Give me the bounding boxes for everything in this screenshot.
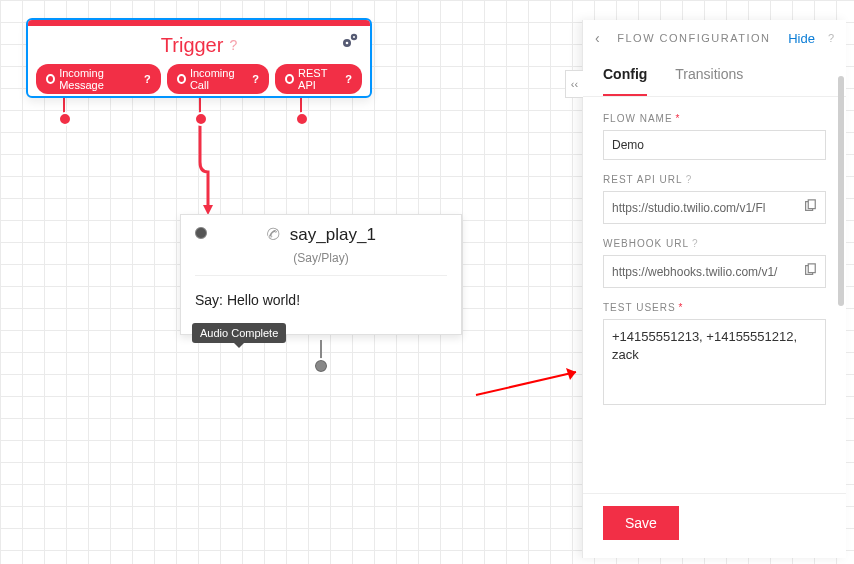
tab-transitions[interactable]: Transitions	[675, 56, 743, 96]
svg-rect-11	[808, 200, 815, 209]
chevron-left-double-icon: ‹‹	[571, 78, 578, 90]
save-button[interactable]: Save	[603, 506, 679, 540]
say-play-title: ✆ say_play_1	[195, 225, 447, 245]
test-users-textarea[interactable]	[603, 319, 826, 405]
trigger-header: Trigger ?	[28, 26, 370, 64]
panel-title: FLOW CONFIGURATION	[610, 32, 778, 44]
say-play-node[interactable]: ✆ say_play_1 (Say/Play) Say: Hello world…	[180, 214, 462, 335]
audio-complete-tooltip: Audio Complete	[192, 323, 286, 343]
panel-body: FLOW NAME* REST API URL? https://studio.…	[583, 97, 846, 493]
rest-api-url-field: https://studio.twilio.com/v1/Fl	[603, 191, 826, 224]
svg-rect-13	[808, 264, 815, 273]
webhook-url-field: https://webhooks.twilio.com/v1/	[603, 255, 826, 288]
tag-label: Incoming Call	[190, 67, 246, 91]
help-icon[interactable]: ?	[144, 73, 151, 85]
flow-name-label: FLOW NAME*	[603, 113, 826, 124]
phone-icon: ✆	[263, 223, 282, 245]
trigger-tag-incoming-message[interactable]: Incoming Message ?	[36, 64, 161, 94]
required-asterisk-icon: *	[676, 113, 681, 124]
panel-tabs: Config Transitions	[583, 56, 846, 97]
webhook-url-value: https://webhooks.twilio.com/v1/	[612, 265, 797, 279]
help-icon[interactable]: ?	[229, 37, 237, 53]
trigger-node[interactable]: Trigger ? Incoming Message ? Incoming Ca…	[26, 18, 372, 98]
panel-collapse-button[interactable]: ‹‹	[565, 70, 583, 98]
help-icon[interactable]: ?	[692, 238, 699, 249]
say-play-input-port[interactable]	[193, 225, 209, 241]
help-icon[interactable]: ?	[828, 32, 834, 44]
trigger-port-rest-api[interactable]	[295, 112, 309, 126]
svg-point-7	[346, 42, 349, 45]
copy-icon[interactable]	[803, 199, 817, 216]
panel-header: ‹ FLOW CONFIGURATION Hide ?	[583, 20, 846, 56]
required-asterisk-icon: *	[679, 302, 684, 313]
say-play-header: ✆ say_play_1 (Say/Play)	[181, 215, 461, 282]
say-play-output-port[interactable]	[313, 358, 329, 374]
panel-back-button[interactable]: ‹	[595, 30, 600, 46]
trigger-title: Trigger	[161, 34, 224, 57]
panel-hide-button[interactable]: Hide	[788, 31, 815, 46]
rest-api-url-label: REST API URL?	[603, 174, 826, 185]
flow-name-input[interactable]	[603, 130, 826, 160]
scrollbar-thumb[interactable]	[838, 76, 844, 306]
help-icon[interactable]: ?	[686, 174, 693, 185]
trigger-tags: Incoming Message ? Incoming Call ? REST …	[28, 64, 370, 102]
svg-line-4	[476, 372, 576, 395]
tag-label: REST API	[298, 67, 339, 91]
port-ring-icon	[46, 74, 55, 84]
svg-marker-5	[566, 368, 576, 380]
tag-label: Incoming Message	[59, 67, 138, 91]
port-ring-icon	[285, 74, 294, 84]
tab-config[interactable]: Config	[603, 56, 647, 96]
svg-point-9	[353, 36, 355, 38]
help-icon[interactable]: ?	[345, 73, 352, 85]
panel-footer: Save	[583, 493, 846, 558]
trigger-port-incoming-call[interactable]	[194, 112, 208, 126]
test-users-label: TEST USERS*	[603, 302, 826, 313]
trigger-tag-rest-api[interactable]: REST API ?	[275, 64, 362, 94]
help-icon[interactable]: ?	[252, 73, 259, 85]
say-play-name: say_play_1	[290, 225, 376, 244]
trigger-tag-incoming-call[interactable]: Incoming Call ?	[167, 64, 269, 94]
webhook-url-label: WEBHOOK URL?	[603, 238, 826, 249]
copy-icon[interactable]	[803, 263, 817, 280]
trigger-port-incoming-message[interactable]	[58, 112, 72, 126]
rest-api-url-value: https://studio.twilio.com/v1/Fl	[612, 201, 797, 215]
port-ring-icon	[177, 74, 186, 84]
say-play-subtype: (Say/Play)	[195, 251, 447, 276]
settings-gears-icon[interactable]	[340, 32, 360, 54]
config-panel: ‹‹ ‹ FLOW CONFIGURATION Hide ? Config Tr…	[582, 20, 846, 558]
